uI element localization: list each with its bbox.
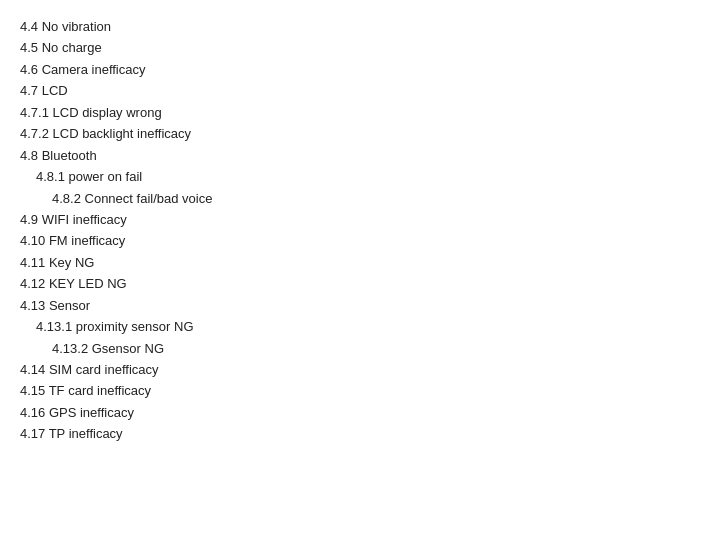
list-item: 4.7.2 LCD backlight inefficacy <box>20 123 700 144</box>
list-item: 4.17 TP inefficacy <box>20 423 700 444</box>
list-item: 4.7.1 LCD display wrong <box>20 102 700 123</box>
list-item: 4.16 GPS inefficacy <box>20 402 700 423</box>
list-item: 4.7 LCD <box>20 80 700 101</box>
list-item: 4.13.2 Gsensor NG <box>20 338 700 359</box>
list-item: 4.6 Camera inefficacy <box>20 59 700 80</box>
list-item: 4.4 No vibration <box>20 16 700 37</box>
list-item: 4.13 Sensor <box>20 295 700 316</box>
list-item: 4.14 SIM card inefficacy <box>20 359 700 380</box>
list-item: 4.9 WIFI inefficacy <box>20 209 700 230</box>
list-item: 4.5 No charge <box>20 37 700 58</box>
list-item: 4.12 KEY LED NG <box>20 273 700 294</box>
list-item: 4.10 FM inefficacy <box>20 230 700 251</box>
list-item: 4.15 TF card inefficacy <box>20 380 700 401</box>
list-item: 4.11 Key NG <box>20 252 700 273</box>
list-item: 4.8.2 Connect fail/bad voice <box>20 188 700 209</box>
list-item: 4.8.1 power on fail <box>20 166 700 187</box>
list-item: 4.8 Bluetooth <box>20 145 700 166</box>
list-item: 4.13.1 proximity sensor NG <box>20 316 700 337</box>
outline-list: 4.4 No vibration4.5 No charge4.6 Camera … <box>20 16 700 445</box>
